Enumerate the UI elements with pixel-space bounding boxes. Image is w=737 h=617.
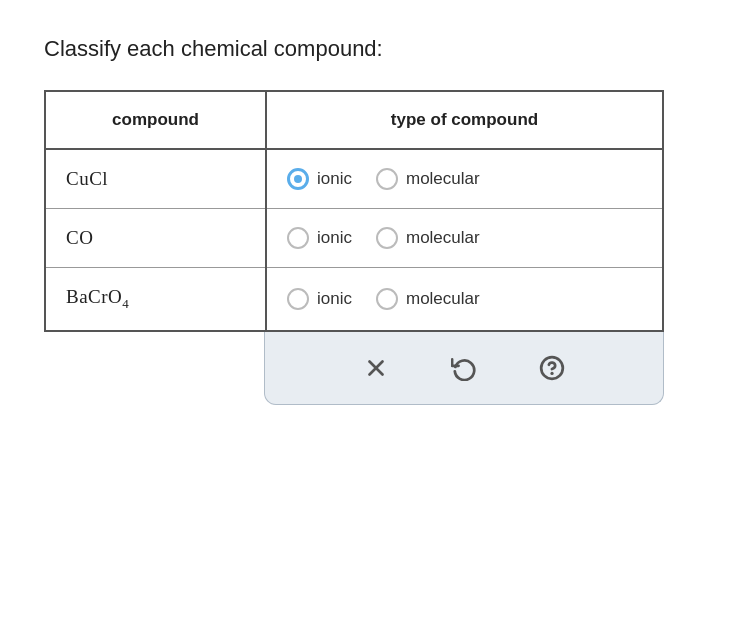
- close-icon: [363, 355, 389, 381]
- radio-group: ionicmolecular: [287, 288, 642, 310]
- molecular-option[interactable]: molecular: [376, 168, 480, 190]
- ionic-radio[interactable]: [287, 227, 309, 249]
- classification-table: compound type of compound CuClionicmolec…: [46, 92, 662, 330]
- table-row: BaCrO4ionicmolecular: [46, 268, 662, 330]
- ionic-radio[interactable]: [287, 168, 309, 190]
- ionic-label: ionic: [317, 228, 352, 248]
- radio-group: ionicmolecular: [287, 227, 642, 249]
- ionic-option[interactable]: ionic: [287, 168, 352, 190]
- help-icon: [539, 355, 565, 381]
- molecular-label: molecular: [406, 289, 480, 309]
- type-header: type of compound: [266, 92, 662, 149]
- radio-cell: ionicmolecular: [266, 149, 662, 209]
- page-title: Classify each chemical compound:: [44, 36, 383, 62]
- compound-header: compound: [46, 92, 266, 149]
- close-button[interactable]: [358, 350, 394, 386]
- radio-cell: ionicmolecular: [266, 209, 662, 268]
- molecular-radio[interactable]: [376, 227, 398, 249]
- help-button[interactable]: [534, 350, 570, 386]
- table-row: CuClionicmolecular: [46, 149, 662, 209]
- undo-button[interactable]: [446, 350, 482, 386]
- table-header-row: compound type of compound: [46, 92, 662, 149]
- compound-cell: CuCl: [46, 149, 266, 209]
- ionic-radio[interactable]: [287, 288, 309, 310]
- action-bar: [264, 332, 664, 405]
- radio-cell: ionicmolecular: [266, 268, 662, 330]
- undo-icon: [451, 355, 477, 381]
- molecular-radio[interactable]: [376, 288, 398, 310]
- molecular-label: molecular: [406, 169, 480, 189]
- ionic-option[interactable]: ionic: [287, 288, 352, 310]
- molecular-radio[interactable]: [376, 168, 398, 190]
- table-row: COionicmolecular: [46, 209, 662, 268]
- compound-cell: BaCrO4: [46, 268, 266, 330]
- ionic-label: ionic: [317, 289, 352, 309]
- molecular-option[interactable]: molecular: [376, 227, 480, 249]
- compound-cell: CO: [46, 209, 266, 268]
- molecular-label: molecular: [406, 228, 480, 248]
- radio-group: ionicmolecular: [287, 168, 642, 190]
- ionic-option[interactable]: ionic: [287, 227, 352, 249]
- ionic-label: ionic: [317, 169, 352, 189]
- main-table-container: compound type of compound CuClionicmolec…: [44, 90, 664, 332]
- molecular-option[interactable]: molecular: [376, 288, 480, 310]
